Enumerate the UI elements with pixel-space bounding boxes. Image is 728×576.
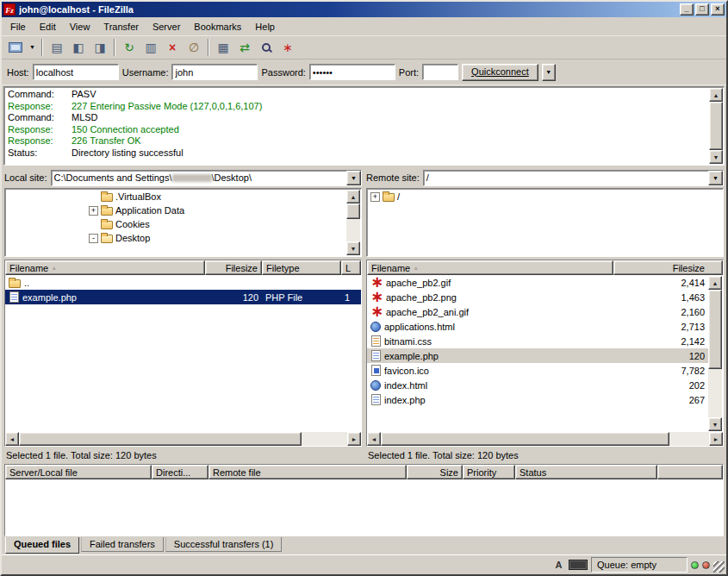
local-tree-scrollbar[interactable]: ▲ ▼: [346, 190, 360, 255]
column-header-remote-file[interactable]: Remote file: [208, 465, 407, 479]
scroll-down-icon[interactable]: ▼: [709, 150, 723, 164]
column-header-server-local-file[interactable]: Server/Local file: [5, 465, 152, 479]
local-site-dropdown-icon[interactable]: ▼: [346, 171, 361, 185]
menu-help[interactable]: Help: [248, 19, 282, 34]
file-row-apache-pb2-gif[interactable]: apache_pb2.gif2,414: [367, 275, 708, 290]
directory-compare-icon[interactable]: ▦: [213, 38, 233, 57]
scroll-left-icon[interactable]: ◄: [367, 432, 381, 446]
file-row-index-php[interactable]: index.php267: [367, 392, 708, 407]
column-header-filename[interactable]: Filename▲: [5, 260, 205, 275]
site-manager-icon[interactable]: [5, 38, 26, 57]
quickconnect-dropdown-icon[interactable]: ▼: [542, 64, 556, 81]
tree-item-cookies[interactable]: Cookies: [6, 217, 360, 231]
scroll-right-icon[interactable]: ►: [709, 432, 723, 446]
file-cell: index.html: [367, 379, 613, 391]
local-site-combo[interactable]: C:\Documents and Settings\\Desktop\ ▼: [51, 170, 362, 186]
refresh-icon[interactable]: ↻: [119, 38, 140, 57]
minimize-button[interactable]: _: [680, 3, 694, 16]
tree-item-item[interactable]: +/: [368, 190, 722, 203]
disconnect-icon[interactable]: ∅: [184, 38, 204, 57]
scroll-up-icon[interactable]: ▲: [709, 88, 723, 102]
scroll-thumb[interactable]: [708, 290, 722, 369]
tree-item-desktop[interactable]: -Desktop: [6, 231, 360, 245]
scroll-track[interactable]: [709, 102, 723, 150]
port-input[interactable]: [422, 64, 458, 80]
menu-view[interactable]: View: [63, 19, 97, 34]
toggle-message-log-icon-glyph: ▤: [51, 41, 62, 53]
collapse-icon[interactable]: -: [89, 234, 98, 243]
file-cell: 120: [205, 292, 262, 303]
file-row-example-php[interactable]: example.php120: [367, 348, 708, 363]
tree-item-application-data[interactable]: +Application Data: [6, 203, 360, 217]
message-log-scrollbar[interactable]: ▲ ▼: [709, 88, 723, 164]
password-input[interactable]: [309, 64, 395, 80]
menu-bookmarks[interactable]: Bookmarks: [187, 19, 248, 34]
site-manager-dropdown-icon[interactable]: ▼: [27, 38, 38, 57]
column-header-status[interactable]: Status: [515, 465, 657, 479]
find-files-icon[interactable]: [256, 38, 277, 57]
file-row-item[interactable]: ..: [5, 275, 361, 290]
column-header-size[interactable]: Size: [407, 465, 463, 479]
file-row-bitnami-css[interactable]: bitnami.css2,142: [367, 334, 708, 348]
maximize-button[interactable]: □: [695, 3, 709, 16]
column-header-priority[interactable]: Priority: [463, 465, 515, 479]
scroll-thumb[interactable]: [381, 432, 669, 446]
tree-item-virtualbox[interactable]: .VirtualBox: [6, 190, 360, 203]
remote-site-combo[interactable]: / ▼: [423, 170, 724, 186]
scroll-track[interactable]: [346, 203, 360, 241]
tab-queued-files[interactable]: Queued files: [5, 537, 79, 554]
toggle-local-tree-icon[interactable]: ◧: [68, 38, 89, 57]
scroll-down-icon[interactable]: ▼: [346, 241, 360, 255]
toggle-message-log-icon[interactable]: ▤: [47, 38, 67, 57]
local-list-hscrollbar[interactable]: ◄ ►: [5, 432, 361, 446]
encryption-icon[interactable]: [569, 560, 588, 570]
menu-file[interactable]: File: [3, 19, 33, 34]
expand-icon[interactable]: +: [370, 192, 380, 202]
column-header-filesize[interactable]: Filesize: [613, 260, 723, 275]
scroll-left-icon[interactable]: ◄: [5, 432, 19, 446]
scroll-thumb[interactable]: [709, 102, 723, 150]
menu-server[interactable]: Server: [146, 19, 187, 34]
scroll-thumb[interactable]: [346, 203, 360, 219]
file-row-example-php[interactable]: example.php120PHP File1: [5, 290, 361, 304]
column-header-filetype[interactable]: Filetype: [262, 260, 341, 275]
column-header-filename[interactable]: Filename▲: [367, 260, 613, 275]
resize-grip[interactable]: [713, 561, 725, 573]
file-name: apache_pb2_ani.gif: [386, 307, 469, 317]
username-input[interactable]: [171, 64, 258, 80]
tab-failed-transfers[interactable]: Failed transfers: [81, 537, 164, 552]
quickconnect-button[interactable]: Quickconnect: [462, 64, 538, 81]
remote-list-hscrollbar[interactable]: ◄ ►: [367, 432, 723, 446]
remote-site-dropdown-icon[interactable]: ▼: [708, 171, 723, 185]
scroll-thumb[interactable]: [19, 432, 302, 446]
toggle-remote-tree-icon[interactable]: ◨: [90, 38, 110, 57]
column-header-l[interactable]: L: [341, 260, 361, 275]
column-header-filesize[interactable]: Filesize: [205, 260, 262, 275]
host-input[interactable]: [33, 64, 119, 80]
tab-successful-transfers-1[interactable]: Successful transfers (1): [165, 537, 283, 552]
file-row-favicon-ico[interactable]: favicon.ico7,782: [367, 363, 708, 378]
menu-edit[interactable]: Edit: [33, 19, 63, 34]
file-row-apache-pb2-png[interactable]: apache_pb2.png1,463: [367, 290, 708, 304]
scroll-up-icon[interactable]: ▲: [708, 276, 722, 290]
close-button[interactable]: ×: [711, 3, 725, 16]
scroll-track[interactable]: [381, 432, 709, 446]
scroll-track[interactable]: [708, 290, 722, 417]
menu-transfer[interactable]: Transfer: [96, 19, 146, 34]
remote-list-vscrollbar[interactable]: ▲ ▼: [708, 276, 722, 431]
column-header-directi[interactable]: Directi...: [152, 465, 208, 479]
filter-icon[interactable]: ∗: [277, 38, 298, 57]
file-row-applications-html[interactable]: applications.html2,713: [367, 319, 708, 334]
file-row-apache-pb2-ani-gif[interactable]: apache_pb2_ani.gif2,160: [367, 304, 708, 319]
transfer-mode-icon[interactable]: A: [552, 559, 565, 572]
synchronized-browsing-icon[interactable]: ⇄: [234, 38, 255, 57]
file-row-index-html[interactable]: index.html202: [367, 378, 708, 392]
scroll-right-icon[interactable]: ►: [347, 432, 361, 446]
scroll-track[interactable]: [19, 432, 347, 446]
file-name: index.html: [384, 380, 427, 391]
toggle-queue-icon[interactable]: ▥: [140, 38, 161, 57]
cancel-icon[interactable]: ×: [162, 38, 183, 57]
expand-icon[interactable]: +: [89, 206, 98, 216]
scroll-up-icon[interactable]: ▲: [346, 190, 360, 203]
scroll-down-icon[interactable]: ▼: [708, 417, 722, 431]
